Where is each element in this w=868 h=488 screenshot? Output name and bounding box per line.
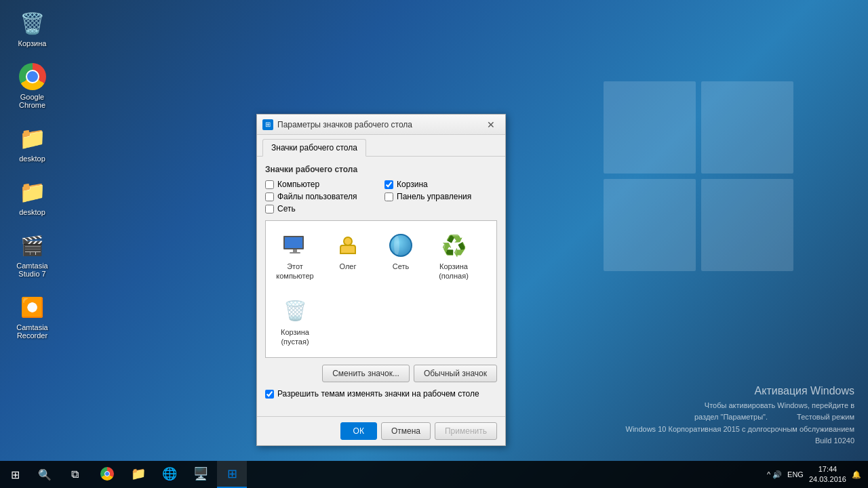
icon-preview-grid: Этот компьютер Олег — [265, 220, 497, 358]
taskbar-systray-icons: ^ 🔊 — [767, 470, 782, 479]
icon-this-computer[interactable]: Этот компьютер — [271, 226, 319, 287]
icon-this-computer-label: Этот компьютер — [275, 262, 315, 281]
taskbar-notification[interactable]: 🔔 — [852, 470, 861, 479]
allow-themes-label: Разрешить темам изменять значки на рабоч… — [277, 389, 479, 399]
checkbox-recycle-input[interactable] — [384, 180, 393, 189]
checkbox-control-panel-input[interactable] — [384, 192, 393, 201]
dialog-tab-bar: Значки рабочего стола — [257, 135, 505, 157]
taskbar-right-area: ^ 🔊 ENG 17:44 24.03.2016 🔔 — [760, 464, 868, 485]
taskbar-time-display: 17:44 — [809, 464, 846, 474]
checkbox-computer[interactable]: Компьютер — [265, 180, 378, 189]
taskbar-lang: ENG — [787, 470, 804, 479]
checkbox-computer-label: Компьютер — [277, 180, 319, 189]
taskbar-app1[interactable]: 🖥️ — [186, 461, 216, 488]
desktop-icon-settings-dialog: ⊞ Параметры значков рабочего стола ✕ Зна… — [256, 114, 506, 446]
checkbox-user-files[interactable]: Файлы пользователя — [265, 192, 378, 201]
icon-recycle-empty[interactable]: 🗑️ Корзина(пустая) — [271, 292, 319, 352]
icon-user-oleg[interactable]: Олег — [324, 226, 372, 287]
icon-recycle-full[interactable]: ♻️ Корзина(полная) — [430, 226, 477, 287]
dialog-close-button[interactable]: ✕ — [482, 118, 500, 131]
dialog-titlebar: ⊞ Параметры значков рабочего стола ✕ — [257, 115, 505, 135]
taskbar-folder[interactable]: 📁 — [123, 461, 153, 488]
checkbox-network-label: Сеть — [277, 204, 296, 214]
taskbar-running-apps: 📁 🌐 🖥️ ⊞ — [90, 461, 760, 488]
search-button[interactable]: 🔍 — [30, 461, 60, 488]
icon-network-label: Сеть — [393, 262, 409, 271]
dialog-title-text: Параметры значков рабочего стола — [277, 120, 482, 129]
taskbar-chrome[interactable] — [92, 461, 122, 488]
taskbar: ⊞ 🔍 ⧉ 📁 🌐 🖥️ ⊞ ^ 🔊 ENG — [0, 461, 868, 488]
icon-recycle-empty-label: Корзина(пустая) — [281, 327, 309, 347]
icon-checkboxes: Компьютер Корзина Файлы пользователя Пан… — [265, 180, 497, 214]
icon-network[interactable]: Сеть — [377, 226, 425, 287]
allow-themes-checkbox[interactable] — [265, 390, 274, 399]
task-view-button[interactable]: ⧉ — [60, 461, 90, 488]
icon-action-buttons: Сменить значок... Обычный значок — [265, 365, 497, 382]
icon-recycle-full-label: Корзина(полная) — [439, 262, 469, 281]
taskbar-ie[interactable]: 🌐 — [155, 461, 184, 488]
dialog-overlay: ⊞ Параметры значков рабочего стола ✕ Зна… — [0, 0, 868, 488]
ok-button[interactable]: ОК — [340, 422, 377, 440]
taskbar-date-display: 24.03.2016 — [809, 474, 846, 485]
start-button[interactable]: ⊞ — [0, 461, 30, 488]
dialog-content: Значки рабочего стола Компьютер Корзина … — [257, 157, 505, 416]
desktop: 🗑️ Корзина Google Chrome 📁 desktop 📁 des… — [0, 0, 868, 488]
cancel-button[interactable]: Отмена — [381, 422, 431, 440]
checkbox-network[interactable]: Сеть — [265, 204, 378, 214]
checkbox-network-input[interactable] — [265, 205, 274, 214]
dialog-title-icon: ⊞ — [262, 119, 273, 130]
tab-desktop-icons[interactable]: Значки рабочего стола — [262, 139, 366, 157]
apply-button[interactable]: Применить — [435, 422, 497, 440]
checkbox-computer-input[interactable] — [265, 180, 274, 189]
checkbox-recycle[interactable]: Корзина — [384, 180, 497, 189]
checkbox-user-files-input[interactable] — [265, 192, 274, 201]
checkbox-recycle-label: Корзина — [397, 180, 428, 189]
taskbar-clock: 17:44 24.03.2016 — [809, 464, 846, 485]
change-icon-button[interactable]: Сменить значок... — [322, 365, 410, 382]
allow-themes-option[interactable]: Разрешить темам изменять значки на рабоч… — [265, 389, 497, 399]
restore-icon-button[interactable]: Обычный значок — [414, 365, 497, 382]
checkbox-control-panel-label: Панель управления — [397, 192, 471, 201]
section-title: Значки рабочего стола — [265, 165, 497, 174]
icon-user-label: Олег — [340, 262, 357, 271]
taskbar-app2[interactable]: ⊞ — [217, 461, 247, 488]
checkbox-control-panel[interactable]: Панель управления — [384, 192, 497, 201]
checkbox-user-files-label: Файлы пользователя — [277, 192, 357, 201]
dialog-footer: ОК Отмена Применить — [257, 416, 505, 445]
